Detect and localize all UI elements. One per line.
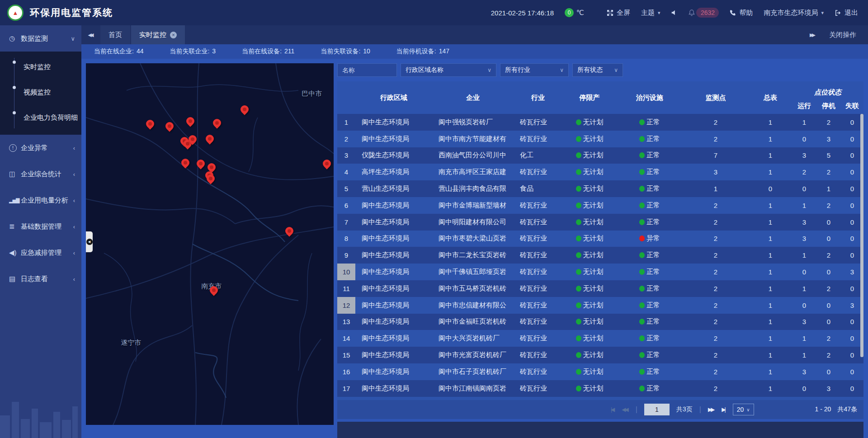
table-row[interactable]: 14阆中生态环境局阆中大兴页岩机砖厂砖瓦行业无计划正常21120: [337, 330, 863, 347]
facility-status-cell: 正常: [617, 351, 683, 359]
tab-home[interactable]: 首页: [100, 25, 130, 44]
industry-select[interactable]: 所有行业 ∨: [500, 63, 569, 77]
notifications[interactable]: 2632: [688, 8, 719, 18]
table-row[interactable]: 9阆中生态环境局阆中市二龙长宝页岩砖砖瓦行业无计划正常21120: [337, 247, 863, 264]
table-row[interactable]: 3仪陇生态环境局西南油气田分公司川中化工无计划正常71350: [337, 147, 863, 164]
industry-cell: 砖瓦行业: [514, 284, 562, 293]
map-pin-icon[interactable]: [212, 118, 222, 131]
theme-dropdown[interactable]: 主题 ▾: [641, 9, 660, 17]
name-search-input[interactable]: [337, 63, 397, 77]
table-row[interactable]: 6阆中生态环境局阆中市金博瑞新型墙材砖瓦行业无计划正常21120: [337, 197, 863, 214]
map-pin-icon[interactable]: [209, 286, 218, 298]
page-next-icon[interactable]: ▶▶: [708, 406, 715, 413]
map-panel-collapse-button[interactable]: ◀: [86, 231, 93, 252]
table-row[interactable]: 15阆中生态环境局阆中市光富页岩机砖厂砖瓦行业无计划正常21120: [337, 347, 863, 363]
table-row[interactable]: 4高坪生态环境局南充市高坪区王家店建砖瓦行业无计划正常31220: [337, 164, 863, 180]
status-select[interactable]: 所有状态 ∨: [572, 63, 623, 77]
log-file-icon: ▤: [9, 275, 21, 283]
page-last-icon[interactable]: ▶|: [722, 406, 726, 413]
total-meters-cell: 1: [749, 202, 792, 209]
map-pin-icon[interactable]: [196, 159, 205, 172]
stopped-cell: 0: [816, 318, 841, 325]
map-pin-icon[interactable]: [186, 117, 195, 129]
help-button[interactable]: 帮助: [730, 9, 753, 17]
chevron-down-icon: ∨: [487, 67, 491, 73]
map-pin-icon[interactable]: [205, 134, 214, 147]
pagination-bar: |◀ ◀◀ | 共3页 | ▶▶ ▶| 20 ∨ 1 - 20: [337, 400, 863, 419]
sidebar-subitem-3[interactable]: 企业电力负荷明细: [0, 105, 81, 130]
sidebar-subitem-label: 视频监控: [24, 88, 51, 97]
map-pin-icon[interactable]: [322, 159, 331, 172]
fullscreen-button[interactable]: 全屏: [607, 9, 630, 17]
map-pin-icon[interactable]: [181, 158, 190, 171]
map-pin-icon[interactable]: [188, 135, 197, 147]
work-area: ◀ 巴中市南充市遂宁市 行政区域名称 ∨ 所有行业 ∨: [81, 59, 868, 438]
sidebar-item-1[interactable]: ◷数据监测∨: [0, 25, 81, 52]
map-pin-icon[interactable]: [240, 105, 249, 118]
page-size-select[interactable]: 20 ∨: [733, 404, 754, 415]
chevron-down-icon: ∨: [560, 67, 564, 73]
map-canvas[interactable]: ◀ 巴中市南充市遂宁市: [86, 63, 334, 425]
stat-value: 10: [363, 47, 370, 56]
table-row[interactable]: 2阆中生态环境局阆中市南方节能建材有砖瓦行业无计划正常21030: [337, 131, 863, 147]
facility-status-label: 正常: [646, 351, 660, 359]
table-row[interactable]: 18南部生态环境局南部县瑞华水泥有限公建材行业无计划正常62060: [337, 397, 863, 400]
col-stopped: 停机: [816, 98, 841, 114]
map-pin-icon[interactable]: [165, 122, 174, 134]
close-operations-button[interactable]: 关闭操作: [829, 31, 856, 39]
status-dot-icon: [576, 203, 581, 208]
page-prev-icon[interactable]: ◀◀: [622, 406, 628, 413]
sound-button[interactable]: [671, 9, 677, 16]
table-row[interactable]: 5营山生态环境局营山县润丰肉食品有限食品无计划正常10010: [337, 180, 863, 197]
table-row[interactable]: 12阆中生态环境局阆中市忠信建材有限公砖瓦行业无计划正常21003: [337, 297, 863, 314]
status-dot-icon: [576, 119, 581, 125]
industry-cell: 砖瓦行业: [514, 251, 562, 259]
stop-plan-label: 无计划: [583, 268, 604, 276]
table-row[interactable]: 7阆中生态环境局阆中明阳建材有限公司砖瓦行业无计划正常21300: [337, 214, 863, 231]
stop-plan-cell: 无计划: [562, 351, 617, 359]
sidebar-item-6[interactable]: ◀)应急减排管理‹: [0, 240, 81, 266]
tabs-scroll-right-icon[interactable]: ▶▶: [810, 32, 814, 38]
sidebar-subitem-2[interactable]: 视频监控: [0, 80, 81, 105]
table-row[interactable]: 1阆中生态环境局阆中强锐页岩砖厂砖瓦行业无计划正常21120: [337, 114, 863, 131]
stop-plan-label: 无计划: [583, 351, 604, 359]
table-row[interactable]: 16阆中生态环境局阆中市石子页岩机砖厂砖瓦行业无计划正常21300: [337, 363, 863, 380]
running-cell: 0: [792, 268, 816, 276]
total-meters-cell: 1: [749, 334, 792, 342]
page-first-icon[interactable]: |◀: [611, 406, 615, 413]
topbar-actions: 2021-02-25 17:46:18 0 ℃ 全屏 主题 ▾ 2632: [491, 8, 858, 18]
sidebar-item-4[interactable]: ▂▅▇企业用电量分析‹: [0, 187, 81, 213]
table-row[interactable]: 17阆中生态环境局阆中市江南镇阆南页岩砖瓦行业无计划正常21030: [337, 380, 863, 397]
total-meters-cell: 1: [749, 168, 792, 176]
temperature-badge: 0: [565, 8, 574, 17]
region-select[interactable]: 行政区域名称 ∨: [401, 63, 496, 77]
logout-button[interactable]: 退出: [835, 9, 858, 17]
table-row[interactable]: 13阆中生态环境局阆中市金福旺页岩机砖砖瓦行业无计划正常21300: [337, 314, 863, 330]
table-row[interactable]: 10阆中生态环境局阆中千佛镇五郎垭页岩砖瓦行业无计划正常21003: [337, 264, 863, 280]
sidebar-item-label: 企业综合统计: [21, 170, 61, 179]
map-pin-icon[interactable]: [285, 226, 294, 239]
sidebar-subitem-1[interactable]: 实时监控: [0, 54, 81, 80]
stop-plan-cell: 无计划: [562, 218, 617, 226]
facility-status-label: 正常: [646, 268, 660, 276]
table-row[interactable]: 11阆中生态环境局阆中市五马桥页岩机砖砖瓦行业无计划正常21120: [337, 280, 863, 297]
table-scrollbar[interactable]: [860, 114, 863, 357]
facility-status-label: 正常: [646, 118, 660, 127]
sidebar-item-2[interactable]: !企业异常‹: [0, 135, 81, 161]
sidebar-subitem-label: 企业电力负荷明细: [24, 113, 78, 122]
tabs-scroll-left-icon[interactable]: ◀◀: [81, 25, 100, 44]
map-pin-icon[interactable]: [206, 174, 215, 187]
page-number-input[interactable]: [644, 404, 670, 415]
close-icon[interactable]: ×: [170, 32, 177, 38]
map-pin-icon[interactable]: [146, 119, 155, 132]
tab-realtime-monitor[interactable]: 实时监控 ×: [131, 25, 185, 44]
sidebar-item-7[interactable]: ▤日志查看‹: [0, 266, 81, 292]
facility-status-label: 正常: [646, 201, 660, 210]
table-row[interactable]: 8阆中生态环境局阆中市枣碧大梁山页岩砖瓦行业无计划异常21300: [337, 231, 863, 247]
org-dropdown[interactable]: 南充市生态环境局 ▾: [764, 9, 824, 17]
facility-status-cell: 正常: [617, 135, 683, 143]
sidebar-item-5[interactable]: ≣基础数据管理‹: [0, 213, 81, 240]
industry-cell: 砖瓦行业: [514, 268, 562, 276]
pin-hole: [215, 121, 219, 125]
sidebar-item-3[interactable]: ◫企业综合统计‹: [0, 161, 81, 187]
